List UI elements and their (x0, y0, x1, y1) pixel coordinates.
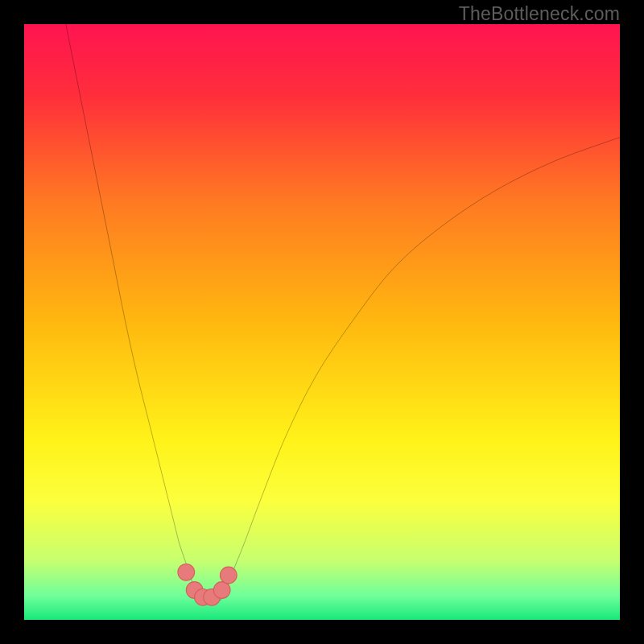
valley-marker (178, 564, 195, 580)
chart-frame: TheBottleneck.com (0, 0, 644, 644)
chart-svg (24, 24, 620, 620)
valley-marker (220, 567, 237, 584)
chart-background (24, 24, 620, 620)
valley-marker (213, 582, 230, 599)
watermark-text: TheBottleneck.com (459, 3, 620, 25)
chart-plot-area (24, 24, 620, 620)
